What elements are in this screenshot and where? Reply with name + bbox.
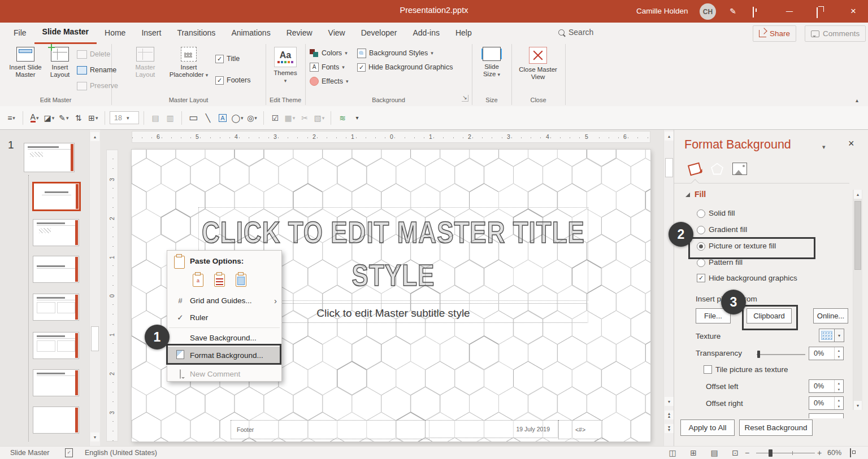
zoom-percentage[interactable]: 60% [827,449,841,457]
font-color-icon[interactable]: A▾ [28,111,41,125]
fonts-menu[interactable]: A Fonts ▾ [310,62,345,73]
line-shape-icon[interactable]: ╲ [201,111,215,125]
pattern-fill-radio[interactable] [697,259,705,267]
tab-slide-master[interactable]: Slide Master [34,23,97,44]
scroll-up-icon[interactable]: ▴ [854,190,862,199]
thumbnail-title-layout-selected[interactable] [32,182,81,211]
ribbon-display-options-icon[interactable] [753,7,754,18]
footers-checkbox[interactable]: ✓ Footers [215,75,250,86]
paste-source-formatting-icon[interactable] [211,272,228,288]
hide-background-graphics-checkbox[interactable]: ✓ Hide Background Graphics [357,62,453,73]
transparency-slider-thumb[interactable] [757,351,760,358]
comments-button[interactable]: Comments [805,25,866,42]
tab-developer[interactable]: Developer [353,23,405,44]
sort-order-icon[interactable]: ⇅ [72,111,85,125]
pane-options-icon[interactable]: ▾ [822,143,826,151]
align-objects-icon[interactable]: ≋ [336,111,349,125]
scrollbar-thumb[interactable] [854,201,861,270]
tile-picture-checkbox[interactable] [704,365,712,374]
gradient-fill-radio[interactable] [697,226,705,234]
date-placeholder[interactable]: 19 July 2019 [425,420,558,438]
next-slide-icon[interactable]: ▾▾ [665,424,674,433]
thumbnail-master[interactable] [24,143,75,172]
scroll-down-icon[interactable]: ▾ [854,401,862,410]
scroll-down-icon[interactable]: ▾ [665,397,674,406]
texture-picker[interactable]: ▾ [819,329,844,342]
close-master-view-button[interactable]: Close Master View [518,47,558,81]
thumbnail-scrollbar[interactable]: ▴ ▾ [89,130,100,446]
insert-placeholder-button[interactable]: Insert Placeholder ▾ [166,47,212,79]
tab-help[interactable]: Help [448,23,480,44]
offset-left-spinner[interactable]: 0% ▴▾ [809,379,844,393]
insert-from-online-button[interactable]: Online... [813,308,848,324]
scroll-down-icon[interactable]: ▾ [90,432,99,441]
paste-picture-icon[interactable] [233,272,249,288]
picture-tab[interactable] [732,161,748,176]
language-label[interactable]: English (United States) [85,449,157,457]
apply-to-all-button[interactable]: Apply to All [680,419,735,436]
font-size-combo[interactable]: 18▾ [110,111,139,124]
reading-view-icon[interactable]: ▤ [709,448,719,457]
thumbnail-layout-3[interactable] [33,256,79,283]
menu-item-grid-and-guides[interactable]: # Grid and Guides... › [167,292,281,308]
restore-button[interactable] [817,8,818,18]
thumbnail-layout-4[interactable] [33,294,79,321]
toolbar-overflow-icon[interactable]: ▾ [350,111,364,125]
slide-number-placeholder[interactable]: <#> [558,420,602,439]
collapse-ribbon-icon[interactable]: ▴ [856,97,858,103]
zoom-slider-track[interactable] [756,453,815,453]
avatar[interactable]: CH [700,3,716,20]
share-button[interactable]: Share [753,25,796,42]
footer-placeholder[interactable]: Footer [231,420,429,439]
insert-from-clipboard-button[interactable]: Clipboard [747,308,792,324]
themes-button[interactable]: Aa Themes▾ [271,47,300,85]
search-box[interactable]: Search [558,28,593,37]
close-window-button[interactable]: × [845,4,862,19]
tab-home[interactable]: Home [97,23,133,44]
solid-fill-radio[interactable] [697,209,705,218]
slideshow-icon[interactable]: ⊡ [730,448,740,457]
transparency-spinner[interactable]: 0% ▴▾ [809,347,844,360]
shape-outline-icon[interactable]: ✎▾ [57,111,71,125]
fit-to-window-icon[interactable] [850,448,851,457]
menu-item-format-background[interactable]: Format Background... [167,347,281,364]
offset-right-spinner[interactable]: 0% ▴▾ [809,396,844,410]
rename-button[interactable]: Rename [77,64,116,76]
slide-sorter-icon[interactable]: ⊞ [688,448,698,457]
minimize-button[interactable]: — [781,4,798,19]
tab-insert[interactable]: Insert [133,23,169,44]
menu-item-ruler[interactable]: ✓ Ruler [167,309,281,325]
edit-shape-icon[interactable]: ☑ [268,111,282,125]
tab-add-ins[interactable]: Add-ins [405,23,447,44]
tab-view[interactable]: View [320,23,353,44]
scrollbar-thumb[interactable] [665,158,673,177]
thumbnail-layout-5[interactable] [33,332,79,359]
tab-animations[interactable]: Animations [223,23,278,44]
insert-slide-master-button[interactable]: Insert Slide Master [7,47,44,78]
arrange-shapes-icon[interactable]: ⊞▾ [86,111,100,125]
effects-tab[interactable] [709,161,725,176]
pane-close-icon[interactable]: × [848,138,854,150]
editor-scrollbar[interactable]: ▴ ▾ ▴▴ ▾▾ [663,130,674,446]
paste-keep-text-icon[interactable]: a [190,272,206,288]
transparency-slider[interactable] [757,354,805,355]
tab-review[interactable]: Review [279,23,320,44]
fill-tab[interactable] [687,161,702,176]
scrollbar-thumb[interactable] [91,326,99,351]
thumbnail-layout-6[interactable] [33,369,79,396]
text-align-options-icon[interactable]: ≡▾ [5,111,18,125]
inking-icon[interactable]: ✎ [724,4,741,19]
pane-scrollbar[interactable]: ▴ ▾ [853,190,862,410]
thumbnail-layout-2[interactable] [33,219,79,246]
hide-background-graphics-pane-checkbox[interactable]: ✓ [697,274,705,282]
scroll-up-icon[interactable]: ▴ [90,132,99,141]
previous-slide-icon[interactable]: ▴▴ [665,410,674,419]
text-box-icon[interactable]: A [216,111,229,125]
title-checkbox[interactable]: ✓ Title [215,53,240,64]
merge-shapes-icon[interactable]: ◎▾ [245,111,259,125]
colors-menu[interactable]: Colors ▾ [310,47,348,59]
zoom-slider-thumb[interactable] [769,449,772,457]
slide-size-button[interactable]: Slide Size ▾ [478,47,506,78]
menu-item-save-background[interactable]: Save Background... [167,330,281,346]
collapse-section-icon[interactable] [685,193,690,197]
